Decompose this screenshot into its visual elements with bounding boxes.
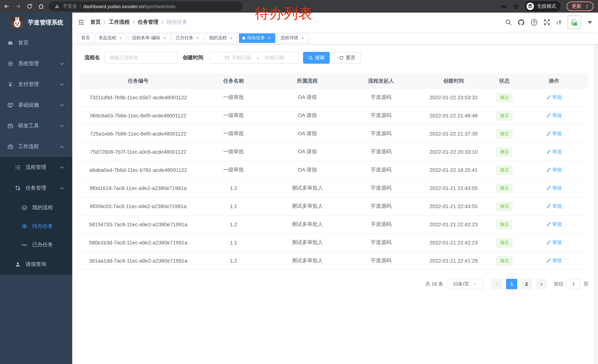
sidebar-item-基础设施[interactable]: 基础设施 bbox=[0, 95, 72, 115]
approve-link[interactable]: 审批 bbox=[546, 221, 562, 228]
approve-link[interactable]: 审批 bbox=[546, 148, 562, 155]
approve-link[interactable]: 审批 bbox=[546, 239, 562, 246]
breadcrumb-item-任务管理[interactable]: 任务管理 bbox=[138, 19, 158, 25]
sidebar-logo[interactable]: 芋道管理系统 bbox=[0, 13, 72, 32]
reload-icon[interactable] bbox=[27, 3, 33, 9]
task-id-cell: 725a1eb6-7b88-11ec-8ef0-acde48001122 bbox=[80, 131, 197, 137]
action-cell: 审批 bbox=[520, 257, 588, 264]
sidebar-item-已办任务[interactable]: 已办任务 bbox=[0, 235, 72, 254]
close-icon[interactable]: × bbox=[118, 35, 123, 40]
tag-流程详情[interactable]: 流程详情× bbox=[277, 33, 309, 43]
starter-cell: 芋道源码 bbox=[344, 148, 418, 155]
approve-link[interactable]: 审批 bbox=[546, 167, 562, 173]
approve-link[interactable]: 审批 bbox=[546, 185, 562, 191]
pencil-icon bbox=[546, 186, 551, 191]
forward-icon[interactable] bbox=[15, 3, 21, 9]
url-text[interactable]: dashboard.yudao.iocoder.cn/bpm/task/todo bbox=[83, 4, 175, 9]
action-cell: 审批 bbox=[520, 221, 588, 228]
task-id-cell: 069c6a63-7b8a-11ec-8ef0-acde48001122 bbox=[80, 113, 197, 119]
sidebar-item-工作流程[interactable]: 工作流程 bbox=[0, 136, 72, 157]
status-cell: 激活 bbox=[489, 165, 520, 175]
starter-cell: 芋道源码 bbox=[344, 257, 418, 264]
approve-link-label: 审批 bbox=[552, 130, 562, 137]
search-button[interactable]: 搜索 bbox=[303, 52, 330, 64]
process-cell: 测试多审批人 bbox=[270, 203, 344, 210]
close-icon[interactable]: × bbox=[162, 35, 167, 40]
sidebar-item-支付管理[interactable]: 支付管理 bbox=[0, 74, 72, 95]
search-button-label: 搜索 bbox=[315, 54, 324, 61]
reset-button[interactable]: 重置 bbox=[334, 52, 360, 64]
back-icon[interactable] bbox=[4, 3, 10, 9]
goto-page-input[interactable]: 1 bbox=[566, 279, 581, 289]
table-row: 725a1eb6-7b88-11ec-8ef0-acde48001122一级审批… bbox=[80, 125, 588, 143]
tag-待办任务[interactable]: 待办任务× bbox=[239, 33, 275, 43]
chevron-up-icon bbox=[59, 144, 65, 150]
close-icon[interactable]: × bbox=[267, 35, 272, 40]
date-range-picker[interactable]: 开始日期 - 结束日期 bbox=[210, 52, 299, 64]
sidebar-item-任务管理[interactable]: 任务管理 bbox=[0, 178, 72, 198]
tag-已办任务[interactable]: 已办任务× bbox=[172, 33, 204, 43]
created-cell: 2022-01-22 21:48:48 bbox=[418, 113, 489, 119]
next-page-button[interactable]: › bbox=[536, 279, 547, 289]
reset-button-label: 重置 bbox=[346, 54, 355, 61]
approve-link-label: 审批 bbox=[552, 221, 562, 228]
page-size-select[interactable]: 10条/页 bbox=[447, 279, 483, 289]
bookmark-star-icon[interactable] bbox=[513, 3, 519, 9]
task-name-cell: 一级审批 bbox=[197, 112, 270, 119]
sidebar-item-label: 已办任务 bbox=[32, 242, 53, 248]
page-scrollbar[interactable] bbox=[594, 13, 598, 364]
password-key-icon[interactable] bbox=[501, 3, 507, 9]
breadcrumb-separator: / bbox=[104, 19, 106, 25]
pencil-icon bbox=[546, 222, 551, 227]
tag-发起流程[interactable]: 发起流程× bbox=[95, 33, 127, 43]
sidebar: 芋道管理系统 首页系统管理支付管理基础设施研发工具工作流程 流程管理任务管理我的… bbox=[0, 13, 72, 364]
prev-page-button[interactable]: ‹ bbox=[491, 279, 502, 289]
approve-link[interactable]: 审批 bbox=[546, 203, 562, 210]
close-icon[interactable]: × bbox=[195, 35, 200, 40]
process-name-input[interactable]: 请输入流程名 bbox=[105, 52, 178, 64]
status-cell: 激活 bbox=[489, 256, 520, 265]
tag-首页[interactable]: 首页 bbox=[78, 33, 93, 43]
page-button-2[interactable]: 2 bbox=[521, 279, 532, 289]
created-cell: 2022-01-22 18:25:41 bbox=[418, 167, 489, 173]
search-icon[interactable] bbox=[505, 19, 512, 25]
approve-link[interactable]: 审批 bbox=[546, 130, 562, 137]
sidebar-item-研发工具[interactable]: 研发工具 bbox=[0, 115, 72, 136]
sidebar-item-系统管理[interactable]: 系统管理 bbox=[0, 53, 72, 74]
sidebar-toggle-icon[interactable] bbox=[78, 19, 84, 25]
font-size-icon[interactable]: TT bbox=[556, 19, 562, 25]
avatar-dropdown-icon[interactable] bbox=[588, 21, 592, 24]
sidebar-item-label: 基础设施 bbox=[18, 102, 39, 108]
sidebar-item-待办任务[interactable]: 待办任务 bbox=[0, 217, 72, 235]
sidebar-item-请假查询[interactable]: 请假查询 bbox=[0, 254, 72, 275]
approve-link[interactable]: 审批 bbox=[546, 94, 562, 101]
not-secure-warning-icon[interactable] bbox=[54, 4, 60, 9]
chrome-update-button[interactable]: 更新 ⋮ bbox=[566, 1, 594, 11]
page-button-1[interactable]: 1 bbox=[506, 279, 517, 289]
approve-link[interactable]: 审批 bbox=[546, 257, 562, 264]
chevron-down-icon bbox=[59, 123, 65, 129]
sidebar-item-我的流程[interactable]: 我的流程 bbox=[0, 198, 72, 217]
close-icon[interactable]: × bbox=[300, 35, 305, 40]
tag-我的流程[interactable]: 我的流程× bbox=[206, 33, 237, 43]
home-icon[interactable] bbox=[38, 3, 44, 9]
close-icon[interactable]: × bbox=[229, 35, 234, 40]
sidebar-item-流程管理[interactable]: 流程管理 bbox=[0, 157, 72, 178]
tag-流程表单-编辑[interactable]: 流程表单-编辑× bbox=[129, 33, 170, 43]
sidebar-item-首页[interactable]: 首页 bbox=[0, 32, 72, 53]
chevron-down-icon bbox=[59, 102, 65, 108]
task-name-cell: 1.1 bbox=[197, 240, 270, 245]
toolbox-icon bbox=[8, 123, 13, 129]
incognito-badge[interactable]: 无痕模式 bbox=[525, 1, 561, 11]
help-icon[interactable] bbox=[531, 19, 538, 26]
breadcrumb-item-首页[interactable]: 首页 bbox=[91, 19, 101, 25]
address-bar[interactable]: 不安全 dashboard.yudao.iocoder.cn/bpm/task/… bbox=[49, 1, 243, 11]
breadcrumb-item-工作流程[interactable]: 工作流程 bbox=[109, 19, 130, 25]
browser-menu-icon[interactable]: ⋮ bbox=[585, 4, 590, 9]
user-avatar[interactable] bbox=[568, 16, 581, 29]
security-label[interactable]: 不安全 bbox=[63, 3, 77, 10]
approve-link[interactable]: 审批 bbox=[546, 112, 562, 119]
github-icon[interactable] bbox=[518, 19, 525, 26]
starter-cell: 芋道源码 bbox=[344, 239, 418, 246]
fullscreen-icon[interactable] bbox=[544, 19, 550, 25]
